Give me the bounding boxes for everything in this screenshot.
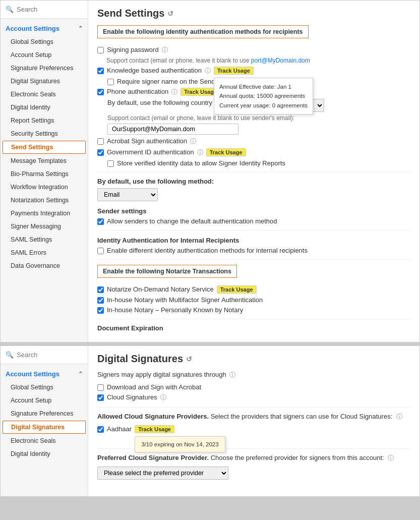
signing-password-checkbox[interactable] (97, 47, 104, 53)
search-input-bottom[interactable] (17, 351, 83, 359)
notarize-ondemand-label: Notarize On-Demand Notary Service (107, 285, 214, 293)
account-settings-header-top[interactable]: Account Settings ⌃ (1, 22, 88, 35)
sidebar-item-digital-identity-bottom[interactable]: Digital Identity (1, 447, 88, 460)
auth-methods-section-label: Enable the following identity authentica… (97, 25, 309, 38)
title-text-bottom: Digital Signatures (97, 353, 183, 365)
gov-id-help-icon[interactable]: ⓘ (197, 148, 203, 157)
sidebar-item-electronic-seals-bottom[interactable]: Electronic Seals (1, 434, 88, 447)
allowed-providers-label: Allowed Cloud Signature Providers. (97, 413, 209, 420)
acrobat-sign-checkbox[interactable] (97, 138, 104, 145)
search-input-top[interactable] (17, 6, 83, 13)
sidebar-item-electronic-seals-top[interactable]: Electronic Seals (1, 88, 88, 101)
acrobat-sign-help-icon[interactable]: ⓘ (190, 137, 196, 146)
sidebar-item-data-governance-top[interactable]: Data Governance (1, 259, 88, 272)
download-sign-row: Download and Sign with Acrobat (97, 383, 410, 391)
phone-auth-help-icon[interactable]: ⓘ (171, 88, 177, 96)
preferred-provider-select[interactable]: Please select the preferred provider (97, 467, 228, 480)
sidebar-item-digital-signatures-top[interactable]: Digital Signatures (1, 75, 88, 88)
gov-id-track-usage-button[interactable]: Track Usage (206, 148, 246, 156)
notarize-ondemand-row: Notarize On-Demand Notary Service Track … (97, 285, 410, 294)
gov-id-checkbox[interactable] (97, 149, 104, 156)
cloud-signatures-checkbox[interactable] (97, 394, 104, 401)
phone-auth-checkbox[interactable] (97, 89, 104, 95)
gov-id-label: Government ID authentication (107, 148, 194, 156)
sidebar-item-message-templates-top[interactable]: Message Templates (1, 154, 88, 167)
sidebar-item-signature-preferences-top[interactable]: Signature Preferences (1, 62, 88, 75)
preferred-provider-section: Preferred Cloud Signature Provider. Choo… (97, 454, 410, 463)
kba-help-icon[interactable]: ⓘ (205, 67, 211, 75)
sidebar-item-global-settings-bottom[interactable]: Global Settings (1, 381, 88, 394)
divider1 (97, 172, 410, 172)
cloud-signatures-help-icon[interactable]: ⓘ (160, 393, 166, 402)
allow-senders-row: Allow senders to change the default auth… (97, 217, 410, 225)
sender-settings-label: Sender settings (97, 207, 410, 215)
tooltip-usage: Current year usage: 0 agreements (219, 101, 308, 110)
cloud-signatures-row: Cloud Signatures ⓘ (97, 393, 410, 402)
sidebar-item-workflow-top[interactable]: Workflow Integration (1, 181, 88, 194)
kba-track-usage-button[interactable]: Track Usage (214, 67, 254, 75)
sidebar-item-signer-messaging-top[interactable]: Signer Messaging (1, 220, 88, 233)
require-signer-checkbox[interactable] (107, 79, 114, 85)
allow-senders-checkbox[interactable] (97, 218, 104, 225)
signers-help-icon[interactable]: ⓘ (229, 371, 235, 379)
sidebar-item-signature-preferences-bottom[interactable]: Signature Preferences (1, 407, 88, 420)
refresh-icon-bottom[interactable]: ↺ (186, 355, 192, 363)
account-settings-header-bottom[interactable]: Account Settings ⌃ (1, 367, 88, 381)
refresh-icon-top[interactable]: ↺ (167, 10, 173, 18)
aadhaar-track-usage-wrapper: Track Usage 3/10 expiring on Nov 14, 202… (135, 425, 174, 433)
signing-password-help-icon[interactable]: ⓘ (162, 46, 168, 54)
inhouse-multi-row: In-house Notary with Multifactor Signer … (97, 296, 410, 304)
sidebar-item-security-settings-top[interactable]: Security Settings (1, 127, 88, 140)
aadhaar-track-usage-button[interactable]: Track Usage (135, 425, 174, 433)
sidebar-item-saml-settings-top[interactable]: SAML Settings (1, 233, 88, 246)
notarize-ondemand-checkbox[interactable] (97, 286, 104, 293)
sidebar-item-digital-signatures-bottom[interactable]: Digital Signatures (3, 421, 86, 434)
digital-signatures-title: Digital Signatures ↺ (97, 353, 410, 365)
allowed-providers-desc: Select the providers that signers can us… (211, 413, 393, 420)
sidebar-item-notarization-top[interactable]: Notarization Settings (1, 194, 88, 207)
search-icon-top: 🔍 (6, 6, 14, 13)
allowed-providers-help-icon[interactable]: ⓘ (396, 413, 402, 420)
default-method-select-wrapper: Email (97, 188, 410, 201)
store-verified-label: Store verified identity data to allow Si… (117, 159, 285, 167)
sidebar-item-account-setup-bottom[interactable]: Account Setup (1, 394, 88, 407)
gov-id-row: Government ID authentication ⓘ Track Usa… (97, 148, 410, 157)
aadhaar-tooltip: 3/10 expiring on Nov 14, 2023 (135, 436, 225, 452)
identity-auth-label: Identity Authentication for Internal Rec… (97, 237, 410, 244)
chevron-up-icon-top: ⌃ (78, 25, 83, 32)
sidebar-item-global-settings-top[interactable]: Global Settings (1, 35, 88, 48)
sidebar-item-saml-errors-top[interactable]: SAML Errors (1, 246, 88, 259)
title-text: Send Settings (97, 8, 164, 19)
phone-support-input[interactable] (107, 124, 238, 135)
aadhaar-checkbox[interactable] (97, 426, 104, 433)
sidebar-top: 🔍 Account Settings ⌃ Global Settings Acc… (1, 1, 88, 342)
signing-password-label: Signing password (107, 46, 159, 53)
sidebar-item-account-setup-top[interactable]: Account Setup (1, 48, 88, 62)
tooltip-quota: Annual quota: 15000 agreements (219, 91, 308, 100)
inhouse-multi-checkbox[interactable] (97, 297, 104, 304)
store-verified-checkbox[interactable] (107, 160, 114, 167)
sidebar-item-send-settings-top[interactable]: Send Settings (3, 141, 86, 154)
notarize-track-usage-button[interactable]: Track Usage (217, 285, 257, 294)
download-sign-label: Download and Sign with Acrobat (107, 383, 201, 391)
sidebar-item-digital-identity-top[interactable]: Digital Identity (1, 101, 88, 114)
default-method-select[interactable]: Email (97, 188, 158, 201)
sidebar-item-biopharma-top[interactable]: Bio-Pharma Settings (1, 167, 88, 181)
kba-checkbox[interactable] (97, 68, 104, 74)
inhouse-personal-checkbox[interactable] (97, 307, 104, 314)
signers-label: Signers may apply digital signatures thr… (97, 371, 226, 378)
aadhaar-tooltip-text: 3/10 expiring on Nov 14, 2023 (141, 441, 218, 447)
enable-different-checkbox[interactable] (97, 248, 104, 254)
phone-support-row: Support contact (email or phone, leave i… (107, 114, 410, 135)
notarize-section-label: Enable the following Notarize Transactio… (97, 265, 237, 278)
digital-signatures-panel: 🔍 Account Settings ⌃ Global Settings Acc… (0, 345, 420, 497)
support-hint-suffix: port@MyDomain.dom (251, 57, 310, 64)
cloud-signatures-label: Cloud Signatures (107, 393, 157, 401)
search-icon-bottom: 🔍 (6, 351, 14, 359)
preferred-provider-help-icon[interactable]: ⓘ (388, 454, 394, 461)
download-sign-checkbox[interactable] (97, 384, 104, 391)
allowed-providers-section: Allowed Cloud Signature Providers. Selec… (97, 413, 410, 421)
sidebar-item-report-settings-top[interactable]: Report Settings (1, 114, 88, 127)
sidebar-item-payments-top[interactable]: Payments Integration (1, 207, 88, 220)
search-container-top: 🔍 (1, 1, 88, 19)
